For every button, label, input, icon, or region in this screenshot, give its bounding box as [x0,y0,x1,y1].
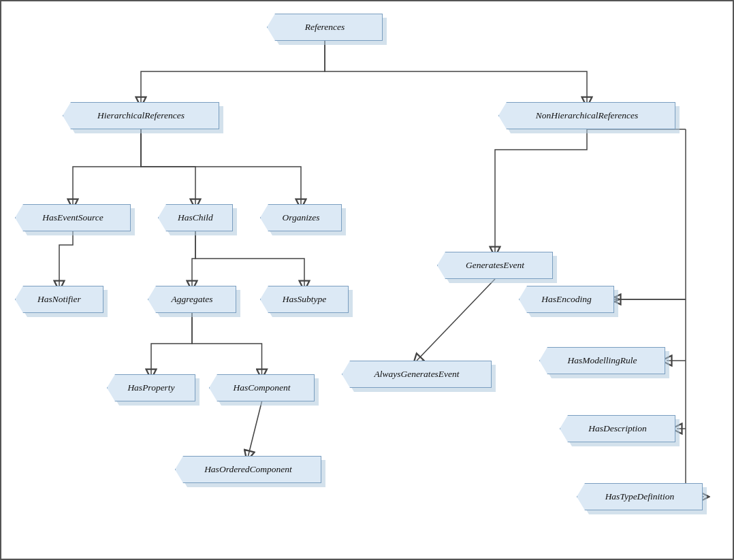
node-HasTypeDefinition: HasTypeDefinition [577,483,703,510]
node-HasProperty: HasProperty [107,374,195,401]
node-NonHierarchicalReferences: NonHierarchicalReferences [498,102,675,129]
label-AlwaysGeneratesEvent: AlwaysGeneratesEvent [374,369,459,380]
node-HasOrderedComponent: HasOrderedComponent [175,456,321,483]
node-HasModellingRule: HasModellingRule [539,347,665,374]
node-HasEventSource: HasEventSource [15,204,131,231]
node-HasSubtype: HasSubtype [260,286,349,313]
label-HasComponent: HasComponent [234,382,291,393]
diagram: ReferencesHierarchicalReferencesNonHiera… [0,0,734,560]
label-NonHierarchicalReferences: NonHierarchicalReferences [536,110,638,121]
label-HasModellingRule: HasModellingRule [568,355,637,366]
label-HasEventSource: HasEventSource [42,212,103,223]
node-HierarchicalReferences: HierarchicalReferences [63,102,219,129]
node-HasNotifier: HasNotifier [15,286,103,313]
label-HierarchicalReferences: HierarchicalReferences [97,110,185,121]
node-HasComponent: HasComponent [209,374,315,401]
label-HasNotifier: HasNotifier [37,294,81,305]
label-References: References [305,22,345,33]
label-GeneratesEvent: GeneratesEvent [466,260,524,271]
node-HasEncoding: HasEncoding [519,286,614,313]
node-AlwaysGeneratesEvent: AlwaysGeneratesEvent [342,361,492,388]
label-Aggregates: Aggregates [172,294,213,305]
node-HasChild: HasChild [158,204,233,231]
label-Organizes: Organizes [282,212,319,223]
node-Aggregates: Aggregates [148,286,236,313]
label-HasOrderedComponent: HasOrderedComponent [204,464,292,475]
label-HasProperty: HasProperty [127,382,174,393]
label-HasChild: HasChild [178,212,213,223]
node-GeneratesEvent: GeneratesEvent [437,252,553,279]
label-HasTypeDefinition: HasTypeDefinition [605,491,675,502]
label-HasEncoding: HasEncoding [541,294,592,305]
label-HasSubtype: HasSubtype [283,294,327,305]
label-HasDescription: HasDescription [588,423,647,434]
node-HasDescription: HasDescription [560,415,675,442]
node-References: References [267,14,383,41]
node-Organizes: Organizes [260,204,342,231]
